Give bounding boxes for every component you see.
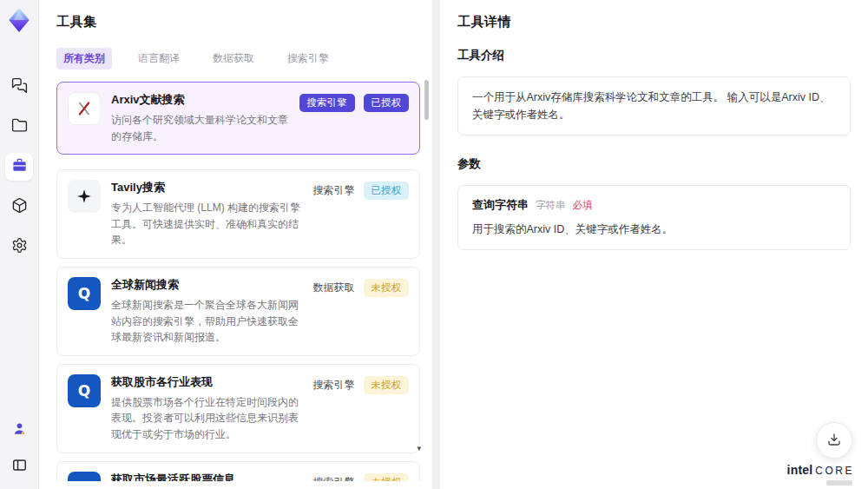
scroll-down-caret: ▾ (417, 444, 421, 453)
tool-category-badge: 搜索引擎 (313, 378, 355, 393)
tool-category-badge: 数据获取 (313, 281, 355, 295)
param-name: 查询字符串 (472, 197, 529, 213)
tools-panel: 工具集 所有类别语言翻译数据获取搜索引擎 Arxiv文献搜索 访问各个研究领域大… (39, 0, 432, 489)
tool-card[interactable]: Arxiv文献搜索 访问各个研究领域大量科学论文和文章的存储库。 搜索引擎 已授… (56, 82, 420, 155)
tool-description: 访问各个研究领域大量科学论文和文章的存储库。 (111, 112, 289, 144)
param-description: 用于搜索的Arxiv ID、关键字或作者姓名。 (472, 221, 836, 238)
user-icon (11, 420, 28, 439)
param-required-badge: 必填 (573, 199, 593, 212)
app-logo-icon[interactable] (6, 7, 32, 33)
stock-q-icon: Q (68, 374, 101, 407)
tool-description: 专为人工智能代理 (LLM) 构建的搜索引擎工具。可快速提供实时、准确和真实的结… (111, 200, 303, 248)
tool-name: 获取股市各行业表现 (111, 374, 303, 390)
intro-heading: 工具介绍 (457, 48, 851, 63)
category-tab[interactable]: 所有类别 (56, 48, 112, 69)
sidebar-item-collapse[interactable] (5, 453, 33, 480)
tool-name: Arxiv文献搜索 (111, 92, 289, 108)
tool-card[interactable]: Q 全球新闻搜索 全球新闻搜索是一个聚合全球各大新闻网站内容的搜索引擎，帮助用户… (56, 267, 420, 356)
sidebar-item-files[interactable] (5, 113, 33, 141)
sidebar-item-tools[interactable] (5, 153, 33, 181)
param-type: 字符串 (536, 199, 566, 212)
tool-status-badge: 未授权 (364, 473, 410, 481)
page-title: 工具集 (56, 14, 432, 30)
tool-category-badge: 搜索引擎 (313, 475, 355, 481)
tool-description: 提供股票市场各个行业在特定时间段内的表现。投资者可以利用这些信息来识别表现优于或… (111, 394, 303, 443)
tool-category-badge: 搜索引擎 (299, 94, 355, 112)
intro-text: 一个用于从Arxiv存储库搜索科学论文和文章的工具。 输入可以是Arxiv ID… (472, 89, 836, 123)
tool-list: Arxiv文献搜索 访问各个研究领域大量科学论文和文章的存储库。 搜索引擎 已授… (56, 82, 432, 481)
category-tab[interactable]: 搜索引擎 (280, 48, 336, 69)
app-root: 工具集 所有类别语言翻译数据获取搜索引擎 Arxiv文献搜索 访问各个研究领域大… (0, 0, 868, 489)
toolbox-icon (11, 157, 28, 176)
download-button[interactable] (816, 422, 852, 459)
download-icon (826, 432, 842, 450)
tool-card[interactable]: Tavily搜索 专为人工智能代理 (LLM) 构建的搜索引擎工具。可快速提供实… (56, 169, 420, 259)
category-tab[interactable]: 数据获取 (206, 48, 261, 69)
tool-category-badge: 搜索引擎 (313, 183, 355, 198)
core-logo-text: CORE (815, 465, 854, 477)
tool-card[interactable]: Q 获取股市各行业表现 提供股票市场各个行业在特定时间段内的表现。投资者可以利用… (56, 364, 420, 453)
list-scrollbar[interactable] (424, 78, 430, 479)
sidebar (0, 0, 39, 489)
tool-status-badge: 已授权 (364, 182, 410, 200)
tool-description: 全球新闻搜索是一个聚合全球各大新闻网站内容的搜索引擎，帮助用户快速获取全球最新资… (111, 297, 303, 346)
package-icon (11, 197, 28, 216)
intro-box: 一个用于从Arxiv存储库搜索科学论文和文章的工具。 输入可以是Arxiv ID… (457, 76, 851, 135)
tool-name: 获取市场最活跃股票信息 (111, 472, 303, 481)
news-q-icon: Q (68, 277, 101, 310)
sidebar-item-settings[interactable] (5, 233, 33, 261)
folder-icon (11, 117, 28, 136)
tool-name: Tavily搜索 (111, 180, 303, 195)
detail-panel: 工具详情 工具介绍 一个用于从Arxiv存储库搜索科学论文和文章的工具。 输入可… (440, 0, 868, 489)
intel-logo-text: intel (787, 463, 813, 477)
sidebar-item-chat[interactable] (5, 73, 33, 101)
tool-card[interactable]: Q 获取市场最活跃股票信息 提供当天交易量最高的股票列表。投资者可以利用这些信息… (56, 461, 420, 481)
tool-status-badge: 已授权 (364, 94, 410, 112)
tool-status-badge: 未授权 (364, 279, 410, 297)
category-tab[interactable]: 语言翻译 (131, 48, 187, 69)
sidebar-bottom (5, 416, 33, 480)
param-box: 查询字符串 字符串 必填 用于搜索的Arxiv ID、关键字或作者姓名。 (457, 185, 851, 250)
sidebar-item-account[interactable] (5, 416, 33, 444)
detail-title: 工具详情 (457, 14, 851, 30)
sidebar-item-packages[interactable] (5, 193, 33, 221)
panel-toggle-icon (11, 457, 28, 476)
tool-status-badge: 未授权 (364, 376, 410, 394)
arxiv-logo-icon (68, 92, 101, 125)
sparkle-icon (68, 180, 101, 213)
intel-logo-subtext (826, 480, 852, 486)
scrollbar-thumb[interactable] (424, 80, 429, 120)
param-header: 查询字符串 字符串 必填 (472, 197, 836, 213)
category-tabs: 所有类别语言翻译数据获取搜索引擎 (56, 48, 432, 69)
sidebar-nav (5, 73, 33, 261)
panel-divider (432, 0, 440, 489)
gear-icon (11, 237, 28, 256)
stock-q-icon: Q (68, 472, 101, 481)
intel-core-logo: intelCORE (787, 462, 854, 486)
chat-icon (11, 77, 28, 96)
params-heading: 参数 (457, 156, 851, 172)
tool-name: 全球新闻搜索 (111, 277, 303, 293)
